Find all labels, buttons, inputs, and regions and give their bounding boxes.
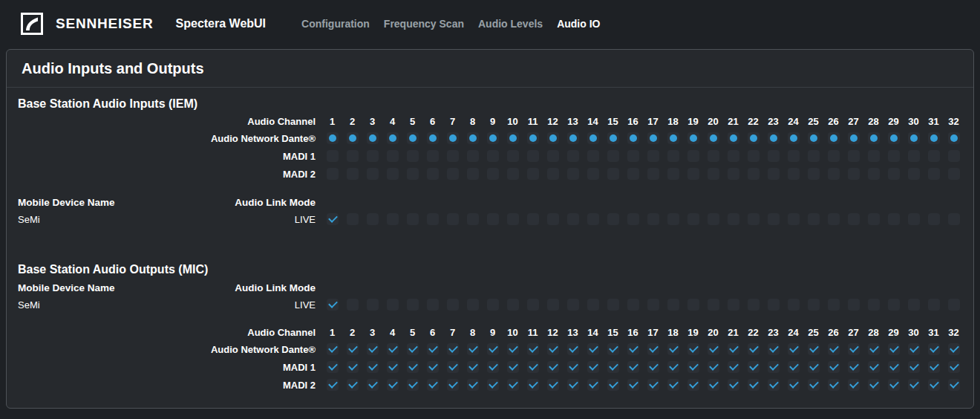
radio-unselected[interactable]	[928, 168, 940, 180]
checkbox-checked[interactable]	[848, 379, 860, 391]
checkbox-checked[interactable]	[387, 361, 399, 373]
checkbox-checked[interactable]	[667, 379, 679, 391]
radio-selected[interactable]	[447, 132, 459, 144]
checkbox-checked[interactable]	[828, 379, 840, 391]
checkbox-checked[interactable]	[708, 379, 719, 391]
checkbox-checked[interactable]	[708, 343, 719, 355]
radio-unselected[interactable]	[848, 168, 860, 180]
checkbox-checked[interactable]	[728, 361, 739, 373]
checkbox-checked[interactable]	[447, 379, 459, 391]
radio-selected[interactable]	[828, 132, 840, 144]
checkbox-checked[interactable]	[387, 379, 399, 391]
checkbox-unchecked[interactable]	[788, 213, 800, 225]
radio-unselected[interactable]	[387, 150, 399, 162]
checkbox-checked[interactable]	[587, 343, 599, 355]
checkbox-unchecked[interactable]	[687, 213, 699, 225]
checkbox-checked[interactable]	[828, 343, 840, 355]
nav-item-audio-io[interactable]: Audio IO	[557, 18, 600, 30]
checkbox-checked[interactable]	[507, 379, 519, 391]
checkbox-checked[interactable]	[547, 379, 559, 391]
checkbox-checked[interactable]	[467, 343, 479, 355]
checkbox-checked[interactable]	[928, 379, 940, 391]
checkbox-checked[interactable]	[587, 361, 599, 373]
checkbox-unchecked[interactable]	[367, 213, 379, 225]
radio-selected[interactable]	[547, 132, 559, 144]
checkbox-checked[interactable]	[768, 379, 780, 391]
radio-unselected[interactable]	[708, 150, 719, 162]
checkbox-checked[interactable]	[928, 361, 940, 373]
radio-unselected[interactable]	[587, 168, 599, 180]
radio-unselected[interactable]	[607, 168, 619, 180]
checkbox-checked[interactable]	[627, 379, 639, 391]
radio-unselected[interactable]	[507, 168, 519, 180]
radio-unselected[interactable]	[708, 168, 719, 180]
radio-unselected[interactable]	[567, 150, 579, 162]
checkbox-checked[interactable]	[427, 343, 439, 355]
checkbox-unchecked[interactable]	[667, 213, 679, 225]
checkbox-checked[interactable]	[868, 343, 880, 355]
checkbox-checked[interactable]	[948, 379, 960, 391]
radio-selected[interactable]	[868, 132, 880, 144]
radio-unselected[interactable]	[487, 150, 499, 162]
checkbox-checked[interactable]	[327, 379, 339, 391]
checkbox-unchecked[interactable]	[768, 299, 780, 311]
radio-selected[interactable]	[407, 132, 419, 144]
checkbox-checked[interactable]	[467, 361, 479, 373]
checkbox-checked[interactable]	[788, 343, 800, 355]
checkbox-unchecked[interactable]	[447, 213, 459, 225]
nav-item-audio-levels[interactable]: Audio Levels	[478, 18, 543, 30]
checkbox-checked[interactable]	[768, 343, 780, 355]
radio-unselected[interactable]	[808, 150, 820, 162]
checkbox-unchecked[interactable]	[487, 299, 499, 311]
radio-unselected[interactable]	[768, 150, 780, 162]
checkbox-checked[interactable]	[387, 343, 399, 355]
checkbox-checked[interactable]	[908, 343, 920, 355]
checkbox-checked[interactable]	[587, 379, 599, 391]
checkbox-checked[interactable]	[928, 343, 940, 355]
checkbox-checked[interactable]	[327, 343, 339, 355]
checkbox-unchecked[interactable]	[748, 213, 760, 225]
checkbox-unchecked[interactable]	[908, 213, 920, 225]
checkbox-unchecked[interactable]	[888, 213, 900, 225]
checkbox-checked[interactable]	[367, 361, 379, 373]
checkbox-unchecked[interactable]	[848, 299, 860, 311]
radio-selected[interactable]	[908, 132, 920, 144]
checkbox-unchecked[interactable]	[888, 299, 900, 311]
checkbox-unchecked[interactable]	[427, 299, 439, 311]
radio-unselected[interactable]	[427, 150, 439, 162]
checkbox-unchecked[interactable]	[868, 299, 880, 311]
checkbox-checked[interactable]	[748, 343, 760, 355]
radio-unselected[interactable]	[808, 168, 820, 180]
radio-selected[interactable]	[387, 132, 399, 144]
checkbox-unchecked[interactable]	[848, 213, 860, 225]
checkbox-checked[interactable]	[627, 343, 639, 355]
checkbox-unchecked[interactable]	[567, 213, 579, 225]
checkbox-unchecked[interactable]	[788, 299, 800, 311]
checkbox-unchecked[interactable]	[367, 299, 379, 311]
radio-unselected[interactable]	[728, 168, 739, 180]
radio-selected[interactable]	[768, 132, 780, 144]
checkbox-unchecked[interactable]	[868, 213, 880, 225]
radio-unselected[interactable]	[407, 168, 419, 180]
radio-unselected[interactable]	[908, 150, 920, 162]
radio-selected[interactable]	[667, 132, 679, 144]
radio-unselected[interactable]	[547, 168, 559, 180]
checkbox-checked[interactable]	[808, 343, 820, 355]
radio-unselected[interactable]	[567, 168, 579, 180]
checkbox-checked[interactable]	[687, 361, 699, 373]
radio-selected[interactable]	[627, 132, 639, 144]
checkbox-checked[interactable]	[487, 343, 499, 355]
radio-unselected[interactable]	[687, 168, 699, 180]
checkbox-unchecked[interactable]	[607, 299, 619, 311]
checkbox-unchecked[interactable]	[547, 299, 559, 311]
checkbox-checked[interactable]	[788, 379, 800, 391]
checkbox-checked[interactable]	[667, 343, 679, 355]
radio-selected[interactable]	[367, 132, 379, 144]
checkbox-checked[interactable]	[507, 343, 519, 355]
radio-unselected[interactable]	[667, 168, 679, 180]
checkbox-unchecked[interactable]	[708, 213, 719, 225]
nav-item-configuration[interactable]: Configuration	[301, 18, 370, 30]
radio-unselected[interactable]	[507, 150, 519, 162]
radio-selected[interactable]	[347, 132, 359, 144]
checkbox-unchecked[interactable]	[347, 299, 359, 311]
